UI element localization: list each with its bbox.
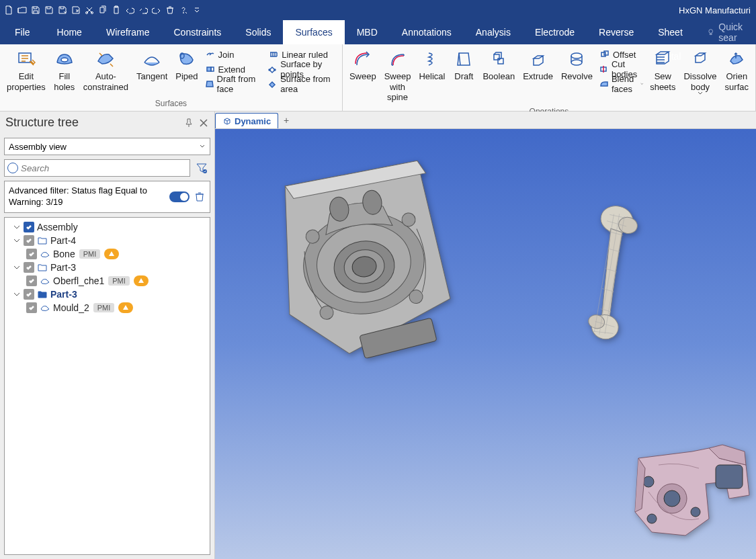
checkbox[interactable] <box>24 289 34 300</box>
tree-node-part[interactable]: Part-3 <box>7 261 207 274</box>
app-title: HxGN Manufacturi <box>679 5 753 15</box>
draft-button[interactable]: Draft <box>449 47 478 83</box>
tab-home[interactable]: Home <box>45 20 94 44</box>
checkbox[interactable] <box>24 235 34 246</box>
quick-search[interactable]: Quick sear <box>707 22 756 43</box>
tab-analysis[interactable]: Analysis <box>464 20 523 44</box>
tab-annotations[interactable]: Annotations <box>390 20 464 44</box>
tree-node-part[interactable]: Part-4 <box>7 234 207 247</box>
assembly-view-select[interactable]: Assembly view <box>4 138 210 155</box>
tree-node-leaf[interactable]: Bone PMI <box>7 247 207 261</box>
fill-holes-button[interactable]: Fillholes <box>50 47 79 93</box>
tab-electrode[interactable]: Electrode <box>523 20 587 44</box>
checkbox[interactable] <box>24 262 34 273</box>
join-button[interactable]: Join <box>202 47 266 62</box>
tree-node-part-active[interactable]: Part-3 <box>7 288 207 301</box>
save-icon[interactable] <box>43 4 55 16</box>
checkbox[interactable] <box>26 302 37 313</box>
tab-reverse[interactable]: Reverse <box>587 20 646 44</box>
tab-solids[interactable]: Solids <box>233 20 283 44</box>
model-mould[interactable] <box>255 142 470 374</box>
sweep-with-spine-button[interactable]: Sweepwith spine <box>380 47 415 104</box>
export-icon[interactable] <box>70 4 82 16</box>
edit-properties-button[interactable]: Editproperties <box>3 47 50 93</box>
lightbulb-icon <box>707 27 714 38</box>
trash-icon[interactable] <box>194 191 206 203</box>
title-bar: HxGN Manufacturi <box>0 0 756 20</box>
chevron-down-icon[interactable] <box>13 236 21 245</box>
tree-body: Assembly Part-4 Bone PMI Part-3 <box>4 217 210 555</box>
delete-icon[interactable] <box>164 4 176 16</box>
sew-sheets-button[interactable]: Sewsheets <box>646 47 679 93</box>
undo-history-icon[interactable] <box>137 4 149 16</box>
save-as-icon[interactable] <box>56 4 69 16</box>
surface-from-area-button[interactable]: Surface from area <box>265 77 339 91</box>
tab-wireframe[interactable]: Wireframe <box>94 20 162 44</box>
blend-faces-button[interactable]: Blend faces <box>597 77 646 91</box>
draft-from-face-button[interactable]: Draft from face <box>202 77 266 91</box>
save-assembly-icon[interactable] <box>30 4 42 16</box>
checkbox[interactable] <box>24 222 34 232</box>
svg-point-10 <box>274 69 276 71</box>
dissolve-body-button[interactable]: Dissolvebody <box>679 47 720 97</box>
pmi-badge: PMI <box>93 303 115 312</box>
checkbox[interactable] <box>26 249 37 259</box>
svg-rect-13 <box>601 52 605 56</box>
pmi-badge: PMI <box>79 249 101 259</box>
filter-toggle[interactable] <box>169 191 190 202</box>
surface-by-points-icon <box>268 64 278 75</box>
viewport-tab-dynamic[interactable]: Dynamic <box>215 113 278 128</box>
close-icon[interactable] <box>198 118 209 128</box>
redo-icon[interactable] <box>151 4 163 16</box>
boolean-icon <box>488 48 509 70</box>
offset-icon <box>599 49 610 60</box>
svg-rect-33 <box>716 465 743 488</box>
quick-search-placeholder: Quick sear <box>718 22 751 43</box>
piped-button[interactable]: Piped <box>171 47 202 83</box>
tree-header: Structure tree <box>0 112 214 134</box>
tangent-button[interactable]: Tangent <box>132 47 171 83</box>
ribbon: Editproperties Fillholes Auto-constraine… <box>0 44 756 112</box>
auto-constrained-button[interactable]: Auto-constrained <box>79 47 132 93</box>
extrude-button[interactable]: Extrude <box>519 47 557 83</box>
chevron-down-icon[interactable] <box>13 263 21 271</box>
tree-node-leaf[interactable]: Oberfl_che1 PMI <box>7 274 207 288</box>
chevron-down-icon[interactable] <box>13 223 21 231</box>
tab-file[interactable]: File <box>0 20 45 44</box>
tab-mbd[interactable]: MBD <box>345 20 390 44</box>
revolve-button[interactable]: Revolve <box>557 47 597 83</box>
cut-icon[interactable] <box>83 4 95 16</box>
orient-surfaces-button[interactable]: Oriensurfac <box>721 47 753 93</box>
chevron-down-icon[interactable] <box>13 290 21 298</box>
viewport-wrap: Dynamic + <box>215 112 756 559</box>
copy-icon[interactable] <box>97 4 109 16</box>
extrude-icon <box>528 48 549 70</box>
3d-viewport[interactable] <box>215 129 756 559</box>
helical-button[interactable]: Helical <box>415 47 449 83</box>
help-icon[interactable] <box>177 4 190 16</box>
structure-tree-panel: Structure tree Assembly view Advanced fi… <box>0 112 215 559</box>
tree-title: Structure tree <box>5 116 179 130</box>
tree-search[interactable] <box>4 159 190 177</box>
qat-dropdown-icon[interactable] <box>191 4 203 16</box>
checkbox[interactable] <box>26 275 37 286</box>
boolean-button[interactable]: Boolean <box>478 47 519 83</box>
tab-surfaces[interactable]: Surfaces <box>283 20 344 44</box>
open-icon[interactable] <box>16 4 28 16</box>
tree-root[interactable]: Assembly <box>7 220 207 234</box>
paste-icon[interactable] <box>110 4 122 16</box>
svg-point-5 <box>61 58 68 62</box>
tree-node-leaf[interactable]: Mould_2 PMI <box>7 301 207 314</box>
add-tab-button[interactable]: + <box>278 112 294 128</box>
new-icon[interactable] <box>3 4 15 16</box>
tab-sheet-metal[interactable]: Sheet metal <box>646 20 707 44</box>
linear-ruled-icon <box>268 49 279 60</box>
tab-constraints[interactable]: Constraints <box>161 20 233 44</box>
filter-button[interactable] <box>193 159 210 177</box>
sweep-button[interactable]: Sweep <box>345 47 380 83</box>
undo-icon[interactable] <box>124 4 136 16</box>
tree-search-input[interactable] <box>21 160 185 176</box>
model-bone[interactable] <box>571 203 652 353</box>
pin-icon[interactable] <box>183 118 194 128</box>
model-part-pink[interactable] <box>612 431 756 559</box>
